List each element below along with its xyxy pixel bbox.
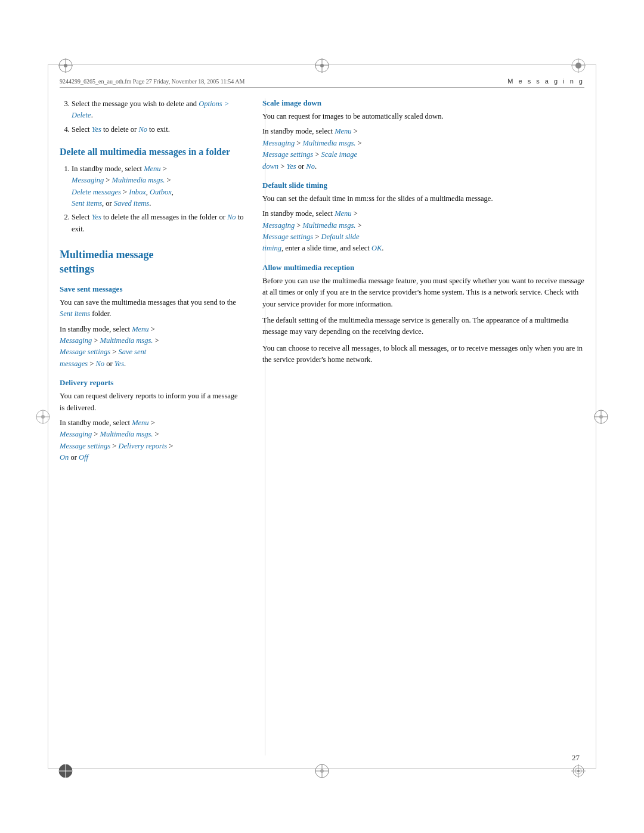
reg-mark-left-mid (35, 408, 51, 425)
header-bar: 9244299_6265_en_au_oth.fm Page 27 Friday… (60, 78, 584, 88)
si-settings: Message settings (262, 150, 313, 159)
delete-all-list: In standby mode, select Menu > Messaging… (60, 163, 244, 235)
scale-image-body: You can request for images to be automat… (262, 111, 584, 122)
delivery-reports-body: You can request delivery reports to info… (60, 391, 244, 414)
di1-messaging: Messaging (72, 176, 104, 184)
di1-outbox: Outbox (150, 188, 172, 196)
svg-point-3 (64, 64, 67, 67)
di1-inbox: Inbox (129, 188, 145, 196)
ss-menu: Menu (132, 325, 148, 333)
save-sent-instruction: In standby mode, select Menu > Messaging… (60, 324, 244, 370)
header-filename: 9244299_6265_en_au_oth.fm Page 27 Friday… (60, 78, 244, 85)
reg-mark-bottom-right (570, 763, 587, 779)
item4-text: Select Yes to delete or No to exit. (72, 125, 170, 134)
st-messaging: Messaging (262, 221, 295, 230)
si-multimedia: Multimedia msgs. (302, 139, 355, 147)
ss-multimedia: Multimedia msgs. (100, 336, 153, 345)
reg-mark-top-center (314, 57, 330, 74)
svg-point-15 (599, 415, 603, 419)
left-column: Select the message you wish to delete an… (60, 98, 244, 755)
di2-no: No (227, 213, 236, 221)
allow-reception-body1: Before you can use the multimedia messag… (262, 275, 584, 310)
allow-reception-body3: You can choose to receive all messages, … (262, 343, 584, 366)
di1-saved: Saved items (114, 199, 149, 208)
reg-mark-top-left (57, 57, 74, 74)
svg-point-7 (575, 63, 581, 69)
delivery-reports-instruction: In standby mode, select Menu > Messaging… (60, 417, 244, 464)
ss-no: No (96, 360, 105, 368)
list-item-3: Select the message you wish to delete an… (72, 98, 244, 122)
dr-menu: Menu (132, 419, 148, 427)
di1-menu: Menu (144, 165, 160, 173)
slide-timing-instruction: In standby mode, select Menu > Messaging… (262, 208, 584, 255)
ss-messaging: Messaging (60, 336, 92, 345)
st-ok: OK (371, 244, 382, 252)
svg-point-31 (320, 64, 324, 67)
di2-yes: Yes (92, 213, 101, 221)
item3-link: Options > Delete (72, 100, 229, 119)
delivery-reports-heading: Delivery reports (60, 378, 244, 388)
content-area: Select the message you wish to delete an… (60, 98, 584, 755)
list-item-4: Select Yes to delete or No to exit. (72, 124, 244, 135)
dr-off: Off (79, 453, 88, 462)
delete-all-heading: Delete all multimedia messages in a fold… (60, 146, 244, 159)
si-no: No (306, 162, 315, 171)
si-messaging: Messaging (262, 139, 295, 147)
reg-mark-top-right (570, 57, 587, 74)
reg-mark-bottom-center (314, 763, 330, 779)
dr-settings: Message settings (60, 442, 110, 450)
svg-point-11 (41, 415, 45, 419)
reg-mark-right-mid (593, 408, 609, 425)
st-multimedia: Multimedia msgs. (302, 221, 355, 230)
allow-reception-heading: Allow multimedia reception (262, 263, 584, 272)
delete-item1-text: In standby mode, select Menu > Messaging… (72, 165, 174, 208)
right-column: Scale image down You can request for ima… (262, 98, 584, 755)
save-sent-items-link: Sent items (60, 309, 90, 318)
scale-image-heading: Scale image down (262, 98, 584, 108)
slide-timing-body: You can set the default time in mm:ss fo… (262, 193, 584, 205)
dr-multimedia: Multimedia msgs. (100, 430, 153, 438)
save-sent-heading: Save sent messages (60, 284, 244, 294)
di1-multimedia: Multimedia msgs. (112, 176, 165, 184)
delete-item-2: Select Yes to delete the all messages in… (72, 212, 244, 235)
di1-sent: Sent items (72, 199, 102, 208)
si-menu: Menu (335, 127, 351, 135)
ss-settings: Message settings (60, 348, 110, 356)
di1-delete: Delete messages (72, 188, 121, 196)
slide-timing-heading: Default slide timing (262, 181, 584, 190)
header-section: M e s s a g i n g (507, 78, 584, 85)
si-yes: Yes (286, 162, 296, 171)
dr-messaging: Messaging (60, 430, 92, 438)
svg-point-22 (320, 769, 324, 773)
multimedia-settings-heading: Multimedia messagesettings (60, 248, 244, 276)
allow-reception-body2: The default setting of the multimedia me… (262, 315, 584, 338)
dr-on: On (60, 453, 69, 462)
item4-link2: No (138, 125, 147, 134)
item4-link1: Yes (92, 125, 101, 134)
ss-yes: Yes (114, 360, 124, 368)
save-sent-body: You can save the multimedia messages tha… (60, 297, 244, 320)
page-number: 27 (572, 753, 580, 763)
st-settings: Message settings (262, 233, 313, 241)
dr-delivery: Delivery reports (118, 442, 167, 450)
scale-image-instruction: In standby mode, select Menu > Messaging… (262, 126, 584, 172)
continuation-list: Select the message you wish to delete an… (60, 98, 244, 135)
delete-item-1: In standby mode, select Menu > Messaging… (72, 163, 244, 210)
item3-text: Select the message you wish to delete an… (72, 100, 229, 119)
reg-mark-bottom-left (57, 763, 74, 779)
st-menu: Menu (335, 209, 351, 218)
delete-item2-text: Select Yes to delete the all messages in… (72, 213, 243, 233)
